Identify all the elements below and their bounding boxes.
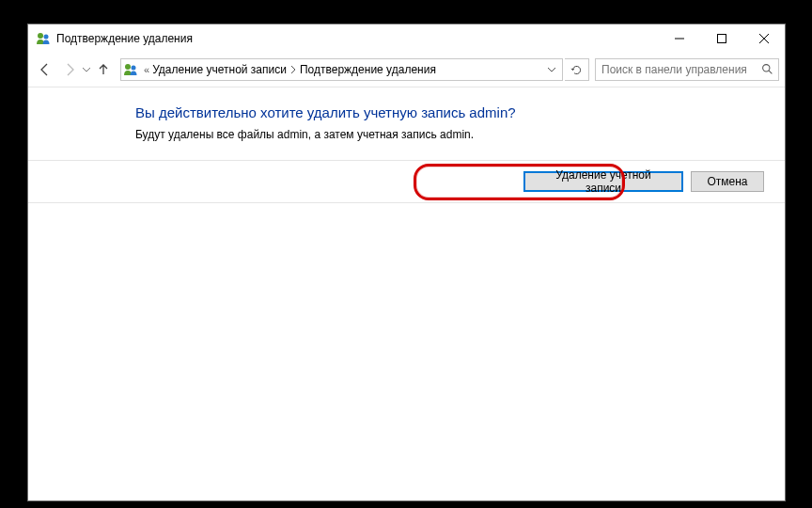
window-title: Подтверждение удаления bbox=[56, 32, 658, 45]
svg-point-3 bbox=[125, 64, 131, 70]
window: Подтверждение удаления bbox=[27, 24, 786, 501]
search-input[interactable] bbox=[600, 62, 761, 77]
search-icon bbox=[761, 63, 774, 76]
refresh-button[interactable] bbox=[565, 58, 589, 81]
svg-rect-2 bbox=[717, 35, 726, 43]
close-button[interactable] bbox=[742, 24, 785, 53]
page-heading: Вы действительно хотите удалить учетную … bbox=[135, 104, 762, 120]
button-row: Удаление учетной записи Отмена bbox=[28, 160, 785, 203]
user-accounts-icon bbox=[36, 31, 51, 46]
maximize-button[interactable] bbox=[700, 24, 742, 53]
svg-point-5 bbox=[763, 65, 770, 71]
delete-account-button[interactable]: Удаление учетной записи bbox=[523, 171, 683, 192]
window-controls bbox=[658, 24, 785, 53]
breadcrumb-item[interactable]: Подтверждение удаления bbox=[300, 63, 436, 76]
svg-point-1 bbox=[44, 35, 49, 40]
titlebar: Подтверждение удаления bbox=[28, 24, 785, 53]
chevron-right-icon bbox=[287, 65, 300, 74]
svg-point-0 bbox=[38, 33, 43, 39]
up-button[interactable] bbox=[92, 58, 115, 81]
breadcrumb-overflow[interactable]: « bbox=[141, 64, 152, 75]
address-dropdown[interactable] bbox=[543, 66, 560, 73]
page-description: Будут удалены все файлы admin, а затем у… bbox=[135, 128, 762, 141]
forward-button[interactable] bbox=[58, 58, 81, 81]
breadcrumb-item[interactable]: Удаление учетной записи bbox=[152, 63, 287, 76]
content-area: Вы действительно хотите удалить учетную … bbox=[28, 87, 785, 500]
recent-locations-dropdown[interactable] bbox=[83, 66, 90, 73]
breadcrumb: « Удаление учетной записи Подтверждение … bbox=[141, 59, 543, 80]
svg-point-4 bbox=[132, 66, 136, 71]
user-accounts-icon bbox=[123, 62, 138, 77]
back-button[interactable] bbox=[34, 58, 56, 81]
cancel-button[interactable]: Отмена bbox=[691, 171, 764, 192]
address-bar[interactable]: « Удаление учетной записи Подтверждение … bbox=[120, 58, 563, 81]
minimize-button[interactable] bbox=[658, 24, 700, 53]
search-box[interactable] bbox=[595, 58, 779, 81]
navigation-bar: « Удаление учетной записи Подтверждение … bbox=[28, 53, 785, 87]
